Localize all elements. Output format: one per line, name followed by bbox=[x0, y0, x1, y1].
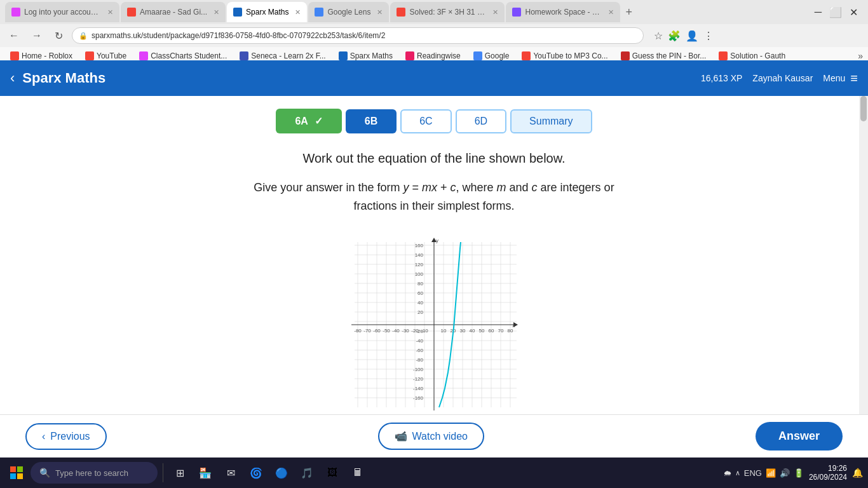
bookmarks-more-icon[interactable]: » bbox=[858, 51, 863, 61]
tab-6a[interactable]: 6A ✓ bbox=[276, 109, 341, 133]
windows-logo-icon bbox=[10, 466, 23, 479]
notification-icon[interactable]: 🔔 bbox=[852, 468, 863, 478]
svg-text:30: 30 bbox=[460, 328, 466, 334]
bookmark-classcharts[interactable]: ClassCharts Student... bbox=[134, 50, 232, 62]
coordinate-graph: y x 160 140 120 100 80 60 40 20 -20 -40 … bbox=[348, 236, 520, 414]
bookmark-label-readingwise: Readingwise bbox=[417, 51, 461, 60]
navbar-menu-label[interactable]: Menu bbox=[823, 73, 845, 83]
system-tray-icons: 🌧 ∧ ENG 📶 🔊 🔋 bbox=[723, 468, 804, 478]
tab-youtube[interactable]: Amaarae - Sad Gi... ✕ bbox=[121, 2, 226, 22]
taskbar-app-spotify[interactable]: 🎵 bbox=[295, 461, 318, 484]
forward-button[interactable]: → bbox=[28, 29, 46, 43]
svg-text:-120: -120 bbox=[413, 376, 424, 382]
watch-video-button[interactable]: 📹 Watch video bbox=[378, 423, 484, 450]
reload-button[interactable]: ↻ bbox=[51, 29, 67, 43]
tab-solved[interactable]: Solved: 3F × 3H 31 S... ✕ bbox=[390, 2, 505, 22]
bookmark-ytmp3[interactable]: YouTube to MP3 Co... bbox=[517, 50, 613, 62]
taskbar-search-box[interactable]: 🔍 Type here to search bbox=[31, 462, 158, 484]
restore-button[interactable]: ⬜ bbox=[829, 6, 842, 18]
tab-title-classcharts: Log into your accoun... bbox=[24, 8, 101, 17]
navbar-title: Sparx Maths bbox=[22, 70, 701, 86]
tab-close-googlelens[interactable]: ✕ bbox=[377, 8, 383, 17]
svg-text:-160: -160 bbox=[413, 395, 424, 401]
bookmark-star-icon[interactable]: ☆ bbox=[654, 30, 663, 42]
tab-6d[interactable]: 6D bbox=[456, 109, 506, 133]
chrome-icon: 🔵 bbox=[275, 467, 288, 479]
store-icon: 🏪 bbox=[199, 467, 212, 479]
bookmark-label-seneca: Seneca - Learn 2x F... bbox=[251, 51, 325, 60]
mail-icon: ✉ bbox=[227, 467, 235, 479]
toolbar-icons: ☆ 🧩 👤 ⋮ bbox=[654, 30, 714, 42]
bookmark-readingwise[interactable]: Readingwise bbox=[400, 50, 466, 62]
lock-icon: 🔒 bbox=[79, 32, 88, 40]
tray-more-icon[interactable]: ∧ bbox=[735, 469, 740, 477]
scrollbar-track[interactable] bbox=[859, 96, 868, 414]
taskbar-clock[interactable]: 19:26 26/09/2024 bbox=[809, 464, 847, 482]
tab-6b[interactable]: 6B bbox=[346, 109, 397, 133]
bookmark-roblox[interactable]: Home - Roblox bbox=[5, 50, 78, 62]
tab-classcharts[interactable]: Log into your accoun... ✕ bbox=[5, 2, 119, 22]
taskbar-app-store[interactable]: 🏪 bbox=[194, 461, 217, 484]
svg-text:-30: -30 bbox=[402, 328, 409, 334]
tab-6b-label: 6B bbox=[365, 116, 377, 126]
tab-title-sparx: Sparx Maths bbox=[246, 8, 288, 17]
tab-favicon-classcharts bbox=[11, 8, 20, 17]
new-tab-button[interactable]: + bbox=[621, 6, 636, 19]
svg-text:-80: -80 bbox=[354, 328, 362, 334]
previous-button[interactable]: ‹ Previous bbox=[25, 423, 107, 450]
bookmark-solution[interactable]: Solution - Gauth bbox=[714, 50, 790, 62]
bookmark-label-guesspin: Guess the PIN - Bor... bbox=[632, 51, 707, 60]
taskbar-app-mail[interactable]: ✉ bbox=[219, 461, 242, 484]
hamburger-menu-icon[interactable]: ≡ bbox=[850, 71, 858, 86]
taskbar-app-photos[interactable]: 🖼 bbox=[321, 461, 344, 484]
svg-text:20: 20 bbox=[417, 309, 423, 315]
taskbar-app-calc[interactable]: 🖩 bbox=[346, 461, 369, 484]
taskbar-app-chrome[interactable]: 🔵 bbox=[270, 461, 293, 484]
svg-text:-60: -60 bbox=[416, 348, 423, 353]
svg-text:-40: -40 bbox=[416, 338, 423, 344]
back-button[interactable]: ← bbox=[5, 29, 23, 43]
tab-summary[interactable]: Summary bbox=[510, 109, 592, 133]
bookmark-seneca[interactable]: Seneca - Learn 2x F... bbox=[234, 50, 330, 62]
volume-icon[interactable]: 🔊 bbox=[780, 468, 790, 478]
tab-favicon-solved bbox=[397, 8, 405, 17]
minimize-button[interactable]: ─ bbox=[815, 6, 822, 18]
watch-video-label: Watch video bbox=[412, 431, 468, 442]
tab-close-youtube[interactable]: ✕ bbox=[214, 8, 219, 17]
tab-6c[interactable]: 6C bbox=[400, 109, 451, 133]
scrollbar-thumb[interactable] bbox=[860, 96, 867, 121]
question-main-text: Work out the equation of the line shown … bbox=[25, 151, 843, 166]
network-icon[interactable]: 📶 bbox=[766, 468, 776, 478]
tab-close-classcharts[interactable]: ✕ bbox=[107, 8, 113, 17]
svg-text:60: 60 bbox=[417, 290, 423, 296]
tab-googlelens[interactable]: Google Lens ✕ bbox=[308, 2, 389, 22]
bookmark-google[interactable]: Google bbox=[468, 50, 515, 62]
bookmark-sparx[interactable]: Sparx Maths bbox=[334, 50, 398, 62]
close-button[interactable]: ✕ bbox=[850, 6, 858, 18]
start-button[interactable] bbox=[5, 461, 28, 484]
bookmark-label-ytmp3: YouTube to MP3 Co... bbox=[533, 51, 607, 60]
bookmark-icon-readingwise bbox=[405, 51, 414, 60]
tab-close-solved[interactable]: ✕ bbox=[492, 8, 498, 17]
bookmark-guesspin[interactable]: Guess the PIN - Bor... bbox=[616, 50, 712, 62]
bookmark-label-google: Google bbox=[485, 51, 510, 60]
graph-container: y x 160 140 120 100 80 60 40 20 -20 -40 … bbox=[25, 236, 843, 414]
video-camera-icon: 📹 bbox=[395, 430, 407, 442]
address-bar[interactable]: 🔒 sparxmaths.uk/student/package/d971f836… bbox=[72, 27, 644, 44]
tab-homework[interactable]: Homework Space - S... ✕ bbox=[506, 2, 620, 22]
tab-close-homework[interactable]: ✕ bbox=[608, 8, 614, 17]
bookmark-label-youtube: YouTube bbox=[97, 51, 126, 60]
taskbar-app-edge[interactable]: 🌀 bbox=[245, 461, 268, 484]
bookmark-icon-youtube bbox=[85, 51, 94, 60]
tab-sparx[interactable]: Sparx Maths ✕ bbox=[227, 2, 307, 22]
svg-text:-20: -20 bbox=[411, 328, 419, 334]
bookmark-youtube[interactable]: YouTube bbox=[80, 50, 132, 62]
task-view-icon: ⊞ bbox=[176, 467, 184, 479]
browser-menu-icon[interactable]: ⋮ bbox=[703, 30, 714, 42]
navbar-back-button[interactable]: ‹ bbox=[10, 70, 15, 86]
taskbar-app-taskview[interactable]: ⊞ bbox=[168, 461, 191, 484]
tab-close-sparx[interactable]: ✕ bbox=[295, 8, 301, 17]
profile-icon[interactable]: 👤 bbox=[686, 30, 698, 42]
answer-button[interactable]: Answer bbox=[756, 422, 843, 451]
extension-icon-1[interactable]: 🧩 bbox=[668, 30, 681, 42]
